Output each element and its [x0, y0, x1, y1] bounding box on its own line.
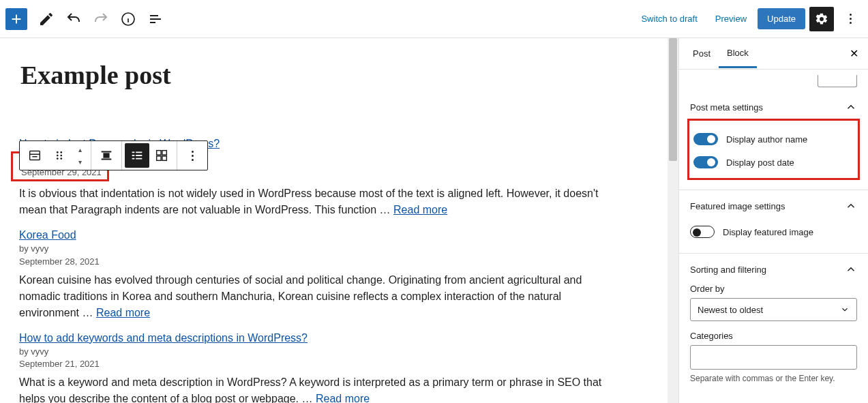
panel-sorting: Sorting and filtering Order by Newest to…	[679, 254, 868, 386]
move-down-button[interactable]: ▾	[72, 155, 88, 168]
post-title-link[interactable]: Korea Food	[19, 229, 76, 241]
svg-point-7	[60, 158, 62, 160]
post-author: by vyvy	[19, 243, 658, 255]
panel-sorting-toggle[interactable]: Sorting and filtering	[690, 263, 857, 275]
post-meta: by vyvySeptember 28, 2021	[19, 243, 658, 267]
settings-button[interactable]	[809, 7, 834, 31]
toggle-display-date[interactable]	[693, 156, 718, 168]
options-menu-button[interactable]	[838, 7, 863, 31]
svg-rect-10	[162, 151, 166, 155]
read-more-link[interactable]: Read more	[393, 204, 447, 215]
post-excerpt: What is a keyword and meta description i…	[19, 374, 612, 403]
list-view-active-button[interactable]	[125, 143, 149, 168]
svg-rect-9	[157, 151, 161, 155]
chevron-down-icon	[840, 305, 850, 314]
panel-title: Post meta settings	[690, 102, 763, 113]
toggle-display-featured-image[interactable]	[690, 226, 715, 238]
post-excerpt: It is obvious that indentation is not wi…	[19, 185, 612, 218]
block-type-button[interactable]	[23, 143, 47, 168]
svg-rect-8	[104, 153, 108, 158]
redo-button[interactable]	[89, 7, 113, 31]
read-more-link[interactable]: Read more	[96, 307, 150, 318]
close-sidebar-button[interactable]: ✕	[845, 45, 863, 63]
categories-input[interactable]	[690, 345, 857, 370]
block-toolbar: ▴ ▾	[19, 140, 208, 170]
read-more-link[interactable]: Read more	[316, 393, 370, 403]
post-meta: by vyvySeptember 21, 2021	[19, 346, 658, 370]
post-date: September 28, 2021	[19, 256, 658, 268]
toolbar-right: Switch to draft Preview Update	[634, 7, 863, 31]
switch-to-draft-button[interactable]: Switch to draft	[634, 8, 704, 29]
editor-scrollbar[interactable]	[668, 38, 678, 403]
editor-canvas[interactable]: Example post ▴ ▾	[0, 38, 668, 403]
panel-post-meta: Post meta settings Display author name D…	[679, 91, 868, 190]
tab-block[interactable]: Block	[719, 40, 757, 68]
chevron-up-icon	[845, 263, 857, 275]
move-up-button[interactable]: ▴	[72, 143, 88, 155]
svg-point-3	[60, 151, 62, 153]
settings-sidebar: Post Block ✕ Post meta settings Display …	[678, 38, 868, 403]
tab-post[interactable]: Post	[685, 40, 719, 67]
chevron-up-icon	[845, 200, 857, 212]
svg-point-2	[57, 151, 59, 153]
panel-featured-image: Featured image settings Display featured…	[679, 190, 868, 254]
toggle-display-author[interactable]	[693, 133, 718, 145]
highlighted-settings: Display author name Display post date	[687, 119, 860, 180]
toolbar-left	[5, 7, 168, 31]
post-item: How to add keywords and meta description…	[19, 332, 658, 403]
drag-handle[interactable]	[47, 143, 72, 168]
panel-title: Featured image settings	[690, 201, 785, 211]
panel-title: Sorting and filtering	[690, 265, 766, 275]
svg-point-6	[57, 158, 59, 160]
order-by-select[interactable]: Newest to oldest	[690, 298, 857, 321]
svg-point-4	[57, 155, 59, 157]
info-button[interactable]	[116, 7, 140, 31]
label-display-date: Display post date	[726, 158, 794, 168]
post-item: Korea Foodby vyvySeptember 28, 2021Korea…	[19, 229, 658, 320]
order-by-value: Newest to oldest	[698, 305, 763, 315]
svg-rect-1	[30, 151, 40, 160]
label-display-author: Display author name	[726, 134, 807, 145]
label-display-featured: Display featured image	[723, 227, 813, 237]
block-more-button[interactable]	[180, 143, 205, 168]
top-toolbar: Switch to draft Preview Update	[0, 0, 868, 38]
preview-button[interactable]: Preview	[708, 8, 753, 29]
truncated-control[interactable]	[818, 75, 857, 87]
add-block-button[interactable]	[5, 8, 27, 30]
svg-point-5	[60, 155, 62, 157]
svg-rect-12	[162, 156, 166, 160]
svg-rect-11	[157, 156, 161, 160]
grid-view-button[interactable]	[149, 143, 174, 168]
edit-tools-button[interactable]	[34, 7, 59, 31]
align-button[interactable]	[94, 143, 119, 168]
post-excerpt: Korean cuisine has evolved through centu…	[19, 272, 612, 321]
panel-post-meta-toggle[interactable]: Post meta settings	[690, 101, 857, 113]
categories-label: Categories	[690, 331, 857, 341]
list-view-button[interactable]	[143, 7, 168, 31]
post-title[interactable]: Example post	[20, 60, 658, 90]
categories-help: Separate with commas or the Enter key.	[690, 374, 857, 383]
panel-featured-image-toggle[interactable]: Featured image settings	[690, 200, 857, 212]
workspace: Example post ▴ ▾	[0, 38, 868, 403]
post-title-link[interactable]: How to add keywords and meta description…	[19, 332, 308, 344]
post-date: September 21, 2021	[19, 358, 658, 370]
chevron-up-icon	[845, 101, 857, 113]
post-author: by vyvy	[19, 346, 658, 358]
order-by-label: Order by	[690, 284, 857, 294]
sidebar-tabs: Post Block ✕	[679, 38, 868, 70]
update-button[interactable]: Update	[758, 8, 805, 29]
undo-button[interactable]	[61, 7, 86, 31]
